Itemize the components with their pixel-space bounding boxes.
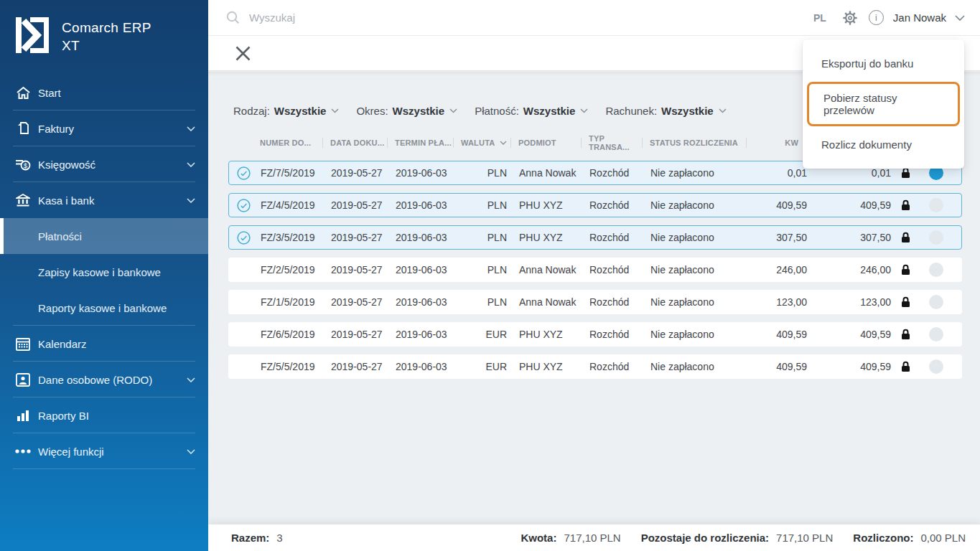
- chevron-down-icon: [187, 198, 195, 203]
- status-indicator-dot[interactable]: [920, 295, 952, 309]
- sidebar-item-wiecej-funkcji[interactable]: Więcej funkcji: [0, 433, 208, 469]
- statusbar-kwota: Kwota: 717,10 PLN: [521, 532, 620, 544]
- cell-data: 2019-05-27: [324, 361, 388, 372]
- sidebar-item-start[interactable]: Start: [0, 75, 208, 110]
- sidebar-subitem-platnosci[interactable]: Płatności: [0, 218, 208, 254]
- table-row[interactable]: FZ/6/5/2019 2019-05-27 2019-06-03 EUR PH…: [228, 322, 962, 347]
- cell-numer: FZ/4/5/2019: [258, 199, 324, 211]
- cell-termin: 2019-06-03: [388, 167, 454, 179]
- cell-typ: Rozchód: [582, 329, 643, 340]
- table-row[interactable]: FZ/2/5/2019 2019-05-27 2019-06-03 PLN An…: [228, 258, 962, 282]
- lock-icon: [891, 329, 920, 340]
- header-status[interactable]: STATUS ROZLICZENIA: [643, 135, 747, 151]
- chevron-down-icon: [719, 108, 727, 113]
- svg-text:$: $: [24, 161, 28, 169]
- filter-label: Rachunek:: [605, 105, 657, 117]
- chevron-down-icon[interactable]: [955, 15, 965, 21]
- info-icon[interactable]: i: [869, 10, 884, 25]
- cell-waluta: PLN: [454, 167, 512, 179]
- brand: Comarch ERP XT: [0, 0, 208, 55]
- chevron-down-icon: [187, 162, 195, 167]
- bar-chart-icon: [14, 409, 32, 422]
- header-podmiot[interactable]: PODMIOT: [511, 135, 582, 151]
- cell-status: Nie zapłacono: [643, 329, 747, 340]
- cell-podmiot: PHU XYZ: [512, 232, 582, 243]
- header-termin[interactable]: TERMIN PŁA...: [388, 135, 454, 151]
- filter-platnosc[interactable]: Płatność: Wszystkie: [475, 105, 588, 117]
- status-indicator-dot[interactable]: [920, 327, 952, 342]
- header-waluta[interactable]: WALUTA: [454, 135, 511, 151]
- gear-icon[interactable]: [842, 10, 858, 26]
- cell-numer: FZ/1/5/2019: [258, 296, 324, 308]
- cell-typ: Rozchód: [582, 361, 643, 372]
- sidebar-item-raporty-bi[interactable]: Raporty BI: [0, 397, 208, 433]
- cell-pozostaje: 0,01: [811, 167, 891, 179]
- search-input[interactable]: [249, 11, 551, 24]
- table-row[interactable]: FZ/3/5/2019 2019-05-27 2019-06-03 PLN PH…: [228, 225, 962, 250]
- sidebar-item-label: Kalendarz: [38, 338, 87, 350]
- check-circle-icon[interactable]: [229, 166, 258, 180]
- cell-data: 2019-05-27: [324, 232, 388, 243]
- chevron-down-icon: [187, 377, 195, 382]
- cell-termin: 2019-06-03: [388, 329, 454, 340]
- cell-waluta: EUR: [454, 329, 512, 340]
- cell-typ: Rozchód: [582, 167, 643, 179]
- sidebar-item-ksiegowosc[interactable]: $ Księgowość: [0, 146, 208, 182]
- menu-item-pobierz-statusy-przelewow[interactable]: Pobierz statusy przelewów: [807, 82, 960, 126]
- cell-pozostaje: 409,59: [811, 199, 891, 211]
- invoice-icon: [14, 121, 32, 136]
- header-numer[interactable]: NUMER DO...: [257, 135, 323, 151]
- cell-termin: 2019-06-03: [388, 232, 454, 243]
- cell-kwota: 307,50: [747, 232, 811, 243]
- header-data[interactable]: DATA DOKU...: [323, 135, 388, 151]
- status-bar: Razem: 3 Kwota: 717,10 PLN Pozostaje do …: [208, 524, 980, 551]
- cell-podmiot: Anna Nowak: [512, 264, 582, 276]
- header-kwota[interactable]: KW: [747, 135, 810, 151]
- statusbar-label: Rozliczono:: [853, 532, 913, 544]
- sidebar-item-faktury[interactable]: Faktury: [0, 110, 208, 146]
- cell-status: Nie zapłacono: [643, 199, 747, 211]
- status-indicator-dot[interactable]: [920, 198, 952, 212]
- statusbar-razem: Razem: 3: [231, 532, 283, 544]
- menu-item-rozlicz-dokumenty[interactable]: Rozlicz dokumenty: [803, 128, 964, 161]
- sidebar-item-kalendarz[interactable]: Kalendarz: [0, 326, 208, 362]
- cell-pozostaje: 246,00: [811, 264, 891, 276]
- cell-data: 2019-05-27: [324, 264, 388, 276]
- header-typ[interactable]: TYP TRANSA...: [582, 135, 643, 151]
- cell-numer: FZ/3/5/2019: [258, 232, 324, 243]
- sidebar-subitem-label: Płatności: [38, 230, 82, 242]
- table-row[interactable]: FZ/5/5/2019 2019-05-27 2019-06-03 EUR PH…: [228, 354, 962, 379]
- chevron-down-icon: [187, 449, 195, 454]
- status-indicator-dot[interactable]: [920, 230, 952, 245]
- user-menu-button[interactable]: Jan Nowak: [893, 11, 946, 24]
- table-row[interactable]: FZ/4/5/2019 2019-05-27 2019-06-03 PLN PH…: [228, 193, 962, 217]
- sidebar: Comarch ERP XT Start Faktury $ Księgowoś…: [0, 0, 208, 551]
- sidebar-item-label: Kasa i bank: [38, 194, 94, 207]
- filter-okres[interactable]: Okres: Wszystkie: [356, 105, 457, 117]
- sidebar-item-dane-osobowe[interactable]: Dane osobowe (RODO): [0, 362, 208, 397]
- close-icon[interactable]: [235, 45, 251, 62]
- cell-typ: Rozchód: [582, 264, 643, 276]
- status-indicator-dot[interactable]: [920, 359, 952, 374]
- cell-termin: 2019-06-03: [388, 361, 454, 372]
- cell-status: Nie zapłacono: [643, 167, 747, 179]
- sidebar-subitem-zapisy-kasowe[interactable]: Zapisy kasowe i bankowe: [0, 254, 208, 290]
- cell-kwota: 409,59: [747, 361, 811, 372]
- check-circle-icon[interactable]: [229, 231, 258, 245]
- cell-pozostaje: 409,59: [811, 361, 891, 372]
- language-selector[interactable]: PL: [813, 12, 826, 24]
- brand-name: Comarch ERP XT: [62, 19, 151, 55]
- cell-typ: Rozchód: [582, 199, 643, 211]
- search-bar[interactable]: [226, 11, 813, 24]
- cell-data: 2019-05-27: [324, 329, 388, 340]
- sidebar-item-kasa-i-bank[interactable]: Kasa i bank: [0, 182, 208, 218]
- table-row[interactable]: FZ/1/5/2019 2019-05-27 2019-06-03 PLN An…: [228, 290, 962, 314]
- comarch-logo-icon: [16, 17, 49, 53]
- menu-item-eksportuj-do-banku[interactable]: Eksportuj do banku: [803, 47, 964, 80]
- filter-rodzaj[interactable]: Rodzaj: Wszystkie: [233, 105, 339, 117]
- check-circle-icon[interactable]: [229, 199, 258, 212]
- filter-rachunek[interactable]: Rachunek: Wszystkie: [605, 105, 726, 117]
- ellipsis-icon: [14, 449, 32, 453]
- status-indicator-dot[interactable]: [920, 263, 952, 277]
- sidebar-subitem-raporty-kasowe[interactable]: Raporty kasowe i bankowe: [0, 290, 208, 326]
